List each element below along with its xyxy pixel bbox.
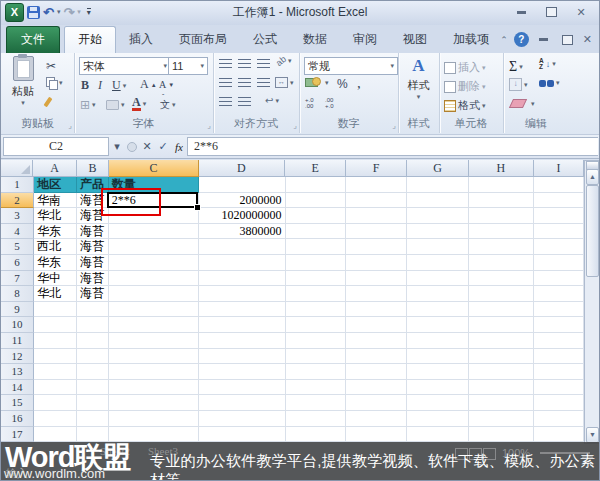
cell-G6[interactable] bbox=[407, 255, 469, 271]
cell-A5[interactable]: 西北 bbox=[34, 239, 77, 255]
cell-C12[interactable] bbox=[109, 349, 199, 365]
tab-审阅[interactable]: 审阅 bbox=[340, 27, 390, 53]
cell-H11[interactable] bbox=[469, 333, 534, 349]
cell-B7[interactable]: 海苔 bbox=[77, 271, 109, 287]
help-icon[interactable]: ? bbox=[514, 32, 529, 47]
cell-I7[interactable] bbox=[534, 271, 584, 287]
merge-center-button[interactable]: ↔▾ bbox=[275, 77, 294, 88]
cell-I14[interactable] bbox=[534, 380, 584, 396]
font-color-button[interactable]: A▾ bbox=[132, 97, 146, 111]
cell-A2[interactable]: 华南 bbox=[34, 193, 77, 209]
underline-button[interactable]: U▾ bbox=[112, 78, 126, 93]
cell-H3[interactable] bbox=[469, 208, 534, 224]
row-header-9[interactable]: 9 bbox=[1, 302, 34, 318]
cell-E15[interactable] bbox=[286, 395, 347, 411]
cell-D9[interactable] bbox=[199, 302, 286, 318]
cell-A3[interactable]: 华北 bbox=[34, 208, 77, 224]
cell-A7[interactable]: 华中 bbox=[34, 271, 77, 287]
cell-G9[interactable] bbox=[407, 302, 469, 318]
column-header-G[interactable]: G bbox=[407, 160, 469, 177]
column-header-F[interactable]: F bbox=[346, 160, 407, 177]
cell-C8[interactable] bbox=[109, 286, 199, 302]
minimize-button[interactable] bbox=[508, 4, 534, 20]
cell-H14[interactable] bbox=[469, 380, 534, 396]
format-painter-button[interactable] bbox=[46, 97, 50, 107]
increase-indent-icon[interactable] bbox=[238, 97, 251, 106]
cell-F3[interactable] bbox=[346, 208, 407, 224]
doc-close-button[interactable]: ✕ bbox=[583, 33, 592, 46]
row-header-13[interactable]: 13 bbox=[1, 364, 34, 380]
cell-F7[interactable] bbox=[346, 271, 407, 287]
format-cells-button[interactable]: 格式▾ bbox=[444, 98, 486, 113]
cell-E7[interactable] bbox=[286, 271, 347, 287]
row-header-2[interactable]: 2 bbox=[1, 193, 34, 209]
cell-E12[interactable] bbox=[286, 349, 347, 365]
row-header-10[interactable]: 10 bbox=[1, 317, 34, 333]
cell-A13[interactable] bbox=[34, 364, 77, 380]
row-header-16[interactable]: 16 bbox=[1, 411, 34, 427]
restore-button[interactable] bbox=[538, 4, 564, 20]
row-header-1[interactable]: 1 bbox=[1, 177, 34, 193]
cell-E2[interactable] bbox=[286, 193, 347, 209]
alignment-dialog-launcher-icon[interactable]: ⌟ bbox=[293, 121, 297, 130]
cell-H10[interactable] bbox=[469, 317, 534, 333]
cell-I4[interactable] bbox=[534, 224, 584, 240]
doc-restore-button[interactable] bbox=[559, 33, 577, 46]
row-header-12[interactable]: 12 bbox=[1, 349, 34, 365]
doc-minimize-button[interactable] bbox=[535, 33, 553, 46]
cell-B8[interactable]: 海苔 bbox=[77, 286, 109, 302]
cell-E4[interactable] bbox=[286, 224, 347, 240]
fill-button[interactable]: ↓▾ bbox=[509, 78, 528, 91]
cell-E16[interactable] bbox=[286, 411, 347, 427]
align-left-icon[interactable] bbox=[219, 78, 232, 87]
cell-F16[interactable] bbox=[346, 411, 407, 427]
comma-style-button[interactable]: , bbox=[357, 75, 361, 92]
cell-F15[interactable] bbox=[346, 395, 407, 411]
cell-D17[interactable] bbox=[199, 427, 286, 443]
cell-I3[interactable] bbox=[534, 208, 584, 224]
cell-F10[interactable] bbox=[346, 317, 407, 333]
cell-I6[interactable] bbox=[534, 255, 584, 271]
cell-E5[interactable] bbox=[286, 239, 347, 255]
align-top-icon[interactable] bbox=[219, 59, 232, 68]
grow-font-button[interactable]: A▲ bbox=[140, 77, 157, 92]
cell-D1[interactable] bbox=[199, 177, 286, 193]
align-bottom-icon[interactable] bbox=[257, 59, 270, 68]
cut-button[interactable]: ✂ bbox=[46, 59, 56, 73]
cell-H4[interactable] bbox=[469, 224, 534, 240]
row-header-14[interactable]: 14 bbox=[1, 380, 34, 396]
column-header-A[interactable]: A bbox=[33, 160, 76, 177]
bold-button[interactable]: B bbox=[81, 78, 89, 93]
cell-I11[interactable] bbox=[534, 333, 584, 349]
cell-D11[interactable] bbox=[199, 333, 286, 349]
collapse-ribbon-icon[interactable]: ⌃ bbox=[500, 35, 508, 45]
cell-E17[interactable] bbox=[286, 427, 347, 443]
cell-C10[interactable] bbox=[109, 317, 199, 333]
cell-A6[interactable]: 华东 bbox=[34, 255, 77, 271]
cell-B12[interactable] bbox=[77, 349, 109, 365]
cell-F13[interactable] bbox=[346, 364, 407, 380]
cell-I9[interactable] bbox=[534, 302, 584, 318]
column-header-I[interactable]: I bbox=[534, 160, 584, 177]
cell-D6[interactable] bbox=[199, 255, 286, 271]
cell-E9[interactable] bbox=[286, 302, 347, 318]
cell-B4[interactable]: 海苔 bbox=[77, 224, 109, 240]
row-header-3[interactable]: 3 bbox=[1, 208, 34, 224]
cell-E6[interactable] bbox=[286, 255, 347, 271]
accounting-format-button[interactable]: ▾ bbox=[305, 78, 329, 87]
cell-G3[interactable] bbox=[407, 208, 469, 224]
clear-button[interactable]: ▾ bbox=[511, 99, 535, 108]
enter-entry-button[interactable]: ✓ bbox=[155, 140, 171, 153]
font-size-combo[interactable]: 11▾ bbox=[168, 57, 208, 75]
cell-F5[interactable] bbox=[346, 239, 407, 255]
cell-D10[interactable] bbox=[199, 317, 286, 333]
cell-F2[interactable] bbox=[346, 193, 407, 209]
cell-I1[interactable] bbox=[534, 177, 584, 193]
percent-style-button[interactable]: % bbox=[337, 77, 348, 91]
cell-B16[interactable] bbox=[77, 411, 109, 427]
phonetic-guide-button[interactable]: ˇ文▾ bbox=[160, 98, 176, 112]
paste-dropdown-icon[interactable]: ▾ bbox=[6, 99, 40, 107]
cell-B15[interactable] bbox=[77, 395, 109, 411]
cell-H9[interactable] bbox=[469, 302, 534, 318]
cell-G11[interactable] bbox=[407, 333, 469, 349]
